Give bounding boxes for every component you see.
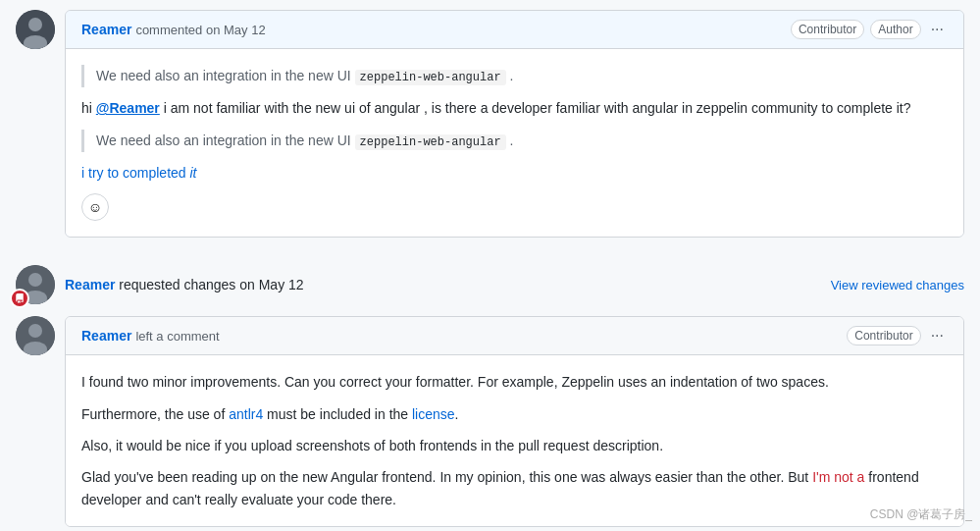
comment-line-try: i try to completed it [81, 162, 948, 184]
comment-header-right-1: Contributor Author ··· [791, 19, 948, 40]
hi-text: hi [81, 100, 96, 116]
blockquote-1-dot: . [510, 68, 514, 83]
comment-thread-1: Reamer commented on May 12 Contributor A… [0, 10, 980, 238]
comment-author-2[interactable]: Reamer [81, 328, 131, 344]
blockquote-1: We need also an integration in the new U… [81, 65, 948, 87]
more-options-1[interactable]: ··· [927, 19, 948, 40]
comment-header-2: Reamer left a comment Contributor ··· [66, 317, 963, 355]
timeline-spacer [0, 253, 980, 265]
comment-header-left-2: Reamer left a comment [81, 328, 220, 344]
review-right: View reviewed changes [831, 277, 964, 292]
svg-point-7 [28, 324, 42, 338]
body2-line1: I found two minor improvements. Can you … [81, 371, 948, 393]
review-action-text: requested changes on May 12 [119, 277, 303, 292]
svg-point-1 [28, 18, 42, 31]
after-mention: i am not familiar with the new ui of ang… [160, 100, 911, 116]
review-text: Reamer requested changes on May 12 [65, 277, 304, 292]
body2-line4: Glad you've been reading up on the new A… [81, 466, 948, 510]
it-text: it [190, 165, 197, 181]
emoji-row: ☺ [81, 193, 948, 221]
comment-line-mention: hi @Reamer i am not familiar with the ne… [81, 97, 948, 119]
comment-header-1: Reamer commented on May 12 Contributor A… [66, 11, 963, 49]
comment-meta-2: left a comment [135, 329, 219, 344]
blockquote-2: We need also an integration in the new U… [81, 130, 948, 152]
line2-dot: . [455, 406, 459, 422]
line4-red: I'm not a [812, 469, 864, 485]
contributor-badge-1: Contributor [791, 20, 864, 39]
reviewer-avatar-area [16, 265, 55, 304]
blockquote-1-code: zeppelin-web-angular [355, 70, 506, 85]
comment-header-left-1: Reamer commented on May 12 [81, 22, 266, 37]
review-content: Reamer requested changes on May 12 [65, 277, 831, 292]
comment-box-1: Reamer commented on May 12 Contributor A… [65, 10, 964, 238]
blockquote-2-text: We need also an integration in the new U… [96, 133, 355, 148]
reviewer-name[interactable]: Reamer [65, 277, 115, 292]
avatar-1 [16, 10, 55, 49]
svg-point-4 [28, 273, 42, 287]
comment-thread-2: Reamer left a comment Contributor ··· I … [0, 316, 980, 527]
review-changes-icon [10, 289, 29, 308]
comment-meta-1: commented on May 12 [135, 23, 265, 37]
mention-reamer[interactable]: @Reamer [96, 100, 160, 116]
body2-line3: Also, it would be nice if you upload scr… [81, 435, 948, 456]
page-container: Reamer commented on May 12 Contributor A… [0, 0, 980, 531]
blockquote-2-code: zeppelin-web-angular [355, 134, 506, 150]
body2-line2: Furthermore, the use of antlr4 must be i… [81, 403, 948, 425]
blockquote-1-text: We need also an integration in the new U… [96, 68, 355, 83]
try-text: i try to completed [81, 165, 190, 181]
contributor-badge-2: Contributor [847, 326, 920, 345]
blockquote-2-dot: . [510, 133, 514, 148]
view-reviewed-changes-link[interactable]: View reviewed changes [831, 278, 964, 292]
line2-antlr: antlr4 [229, 406, 263, 422]
line2-mid: must be included in the [263, 406, 412, 422]
line1-text: I found two minor improvements. Can you … [81, 374, 829, 390]
more-options-2[interactable]: ··· [927, 325, 948, 346]
comment-header-right-2: Contributor ··· [847, 325, 948, 346]
line3-text: Also, it would be nice if you upload scr… [81, 438, 663, 453]
comment-author-1[interactable]: Reamer [81, 22, 131, 37]
line2-license[interactable]: license [412, 406, 455, 422]
emoji-button[interactable]: ☺ [81, 193, 109, 221]
review-request-event: Reamer requested changes on May 12 View … [0, 265, 980, 304]
line4-pre: Glad you've been reading up on the new A… [81, 469, 812, 485]
avatar-2 [16, 316, 55, 355]
comment-body-1: We need also an integration in the new U… [66, 49, 963, 237]
author-badge-1: Author [870, 20, 920, 39]
comment-body-2: I found two minor improvements. Can you … [66, 355, 963, 526]
comment-box-2: Reamer left a comment Contributor ··· I … [65, 316, 964, 527]
watermark: CSDN @诸葛子房_ [870, 506, 972, 523]
line2-pre: Furthermore, the use of [81, 406, 229, 422]
